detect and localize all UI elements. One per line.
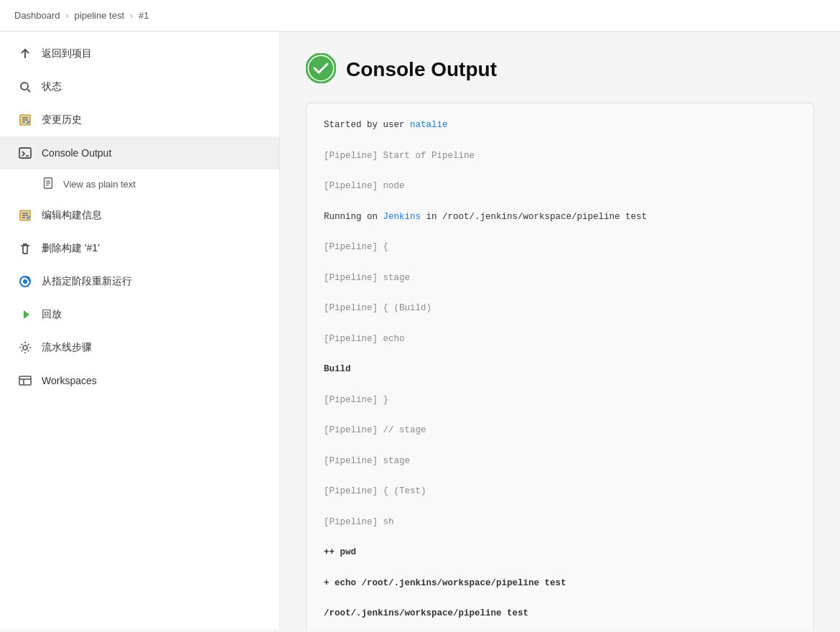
console-line: ++ pwd xyxy=(324,545,796,560)
breadcrumb: Dashboard › pipeline test › #1 xyxy=(0,0,840,32)
success-status-icon xyxy=(306,53,336,85)
sidebar-item-console[interactable]: Console Output xyxy=(0,136,279,169)
trash-icon xyxy=(17,241,33,256)
edit-note2-icon xyxy=(17,208,33,223)
console-line: Build xyxy=(324,362,796,377)
svg-point-24 xyxy=(309,56,333,80)
svg-point-19 xyxy=(23,345,27,350)
svg-rect-20 xyxy=(19,376,31,385)
gear-icon xyxy=(17,340,33,356)
console-line: + echo /root/.jenkins/workspace/pipeline… xyxy=(324,576,796,591)
sidebar-item-status[interactable]: 状态 xyxy=(0,70,279,103)
search-icon xyxy=(17,79,33,95)
console-line: [Pipeline] { (Test) xyxy=(324,484,796,499)
console-line: Running on Jenkins in /root/.jenkins/wor… xyxy=(324,210,796,225)
console-line: [Pipeline] // stage xyxy=(324,423,796,438)
sidebar-label-edit-build: 编辑构建信息 xyxy=(42,209,102,222)
breadcrumb-sep-1: › xyxy=(66,11,69,21)
sidebar-label-back: 返回到项目 xyxy=(42,47,92,60)
breadcrumb-pipeline[interactable]: pipeline test xyxy=(75,10,124,21)
up-arrow-icon xyxy=(17,46,33,62)
document-icon xyxy=(42,177,55,192)
sidebar-label-workspaces: Workspaces xyxy=(42,375,97,386)
breadcrumb-dashboard[interactable]: Dashboard xyxy=(14,10,60,21)
console-line: [Pipeline] } xyxy=(324,393,796,408)
sidebar-label-pipeline-steps: 流水线步骤 xyxy=(42,341,92,354)
svg-rect-7 xyxy=(19,148,31,158)
terminal-icon xyxy=(17,145,33,161)
console-line: [Pipeline] { (Build) xyxy=(324,301,796,316)
sidebar-item-pipeline-steps[interactable]: 流水线步骤 xyxy=(0,331,279,364)
console-line: [Pipeline] sh xyxy=(324,515,796,530)
sidebar-item-workspaces[interactable]: Workspaces xyxy=(0,364,279,397)
sidebar-item-delete-build[interactable]: 删除构建 '#1' xyxy=(0,232,279,265)
console-link[interactable]: natalie xyxy=(410,120,448,130)
console-line: [Pipeline] stage xyxy=(324,271,796,286)
sidebar-item-replay[interactable]: 回放 xyxy=(0,298,279,331)
console-line: [Pipeline] Start of Pipeline xyxy=(324,149,796,164)
workspace-icon xyxy=(17,373,33,389)
sidebar-label-plain-text: View as plain text xyxy=(63,179,136,190)
svg-point-1 xyxy=(21,83,28,90)
replay-icon xyxy=(17,307,33,322)
edit-note-icon xyxy=(17,112,33,128)
console-line: [Pipeline] node xyxy=(324,179,796,194)
sidebar-item-plain-text[interactable]: View as plain text xyxy=(0,169,279,199)
sidebar-label-history: 变更历史 xyxy=(42,113,82,126)
page-header: Console Output xyxy=(306,53,814,85)
breadcrumb-build[interactable]: #1 xyxy=(139,10,149,21)
console-line: [Pipeline] { xyxy=(324,240,796,255)
page-title: Console Output xyxy=(346,58,497,81)
sidebar-label-delete-build: 删除构建 '#1' xyxy=(42,242,100,255)
console-line: Started by user natalie xyxy=(324,118,796,133)
breadcrumb-sep-2: › xyxy=(130,11,133,21)
sidebar-item-history[interactable]: 变更历史 xyxy=(0,103,279,136)
sidebar-label-replay: 回放 xyxy=(42,308,62,321)
sidebar-item-restart[interactable]: 从指定阶段重新运行 xyxy=(0,265,279,298)
console-line: [Pipeline] echo xyxy=(324,332,796,347)
console-line: [Pipeline] stage xyxy=(324,454,796,469)
main-content: Console Output Started by user natalie [… xyxy=(280,32,840,629)
svg-line-2 xyxy=(28,90,31,93)
console-line: /root/.jenkins/workspace/pipeline test xyxy=(324,606,796,621)
sidebar: 返回到项目 状态 变更历史 xyxy=(0,32,280,629)
sidebar-item-edit-build[interactable]: 编辑构建信息 xyxy=(0,199,279,232)
sidebar-label-console: Console Output xyxy=(42,147,111,159)
sidebar-label-status: 状态 xyxy=(42,80,62,93)
console-link[interactable]: Jenkins xyxy=(383,212,421,222)
console-output[interactable]: Started by user natalie [Pipeline] Start… xyxy=(306,103,814,629)
svg-point-18 xyxy=(23,279,27,284)
sidebar-label-restart: 从指定阶段重新运行 xyxy=(42,275,132,288)
sidebar-item-back[interactable]: 返回到项目 xyxy=(0,37,279,70)
restart-icon xyxy=(17,274,33,289)
